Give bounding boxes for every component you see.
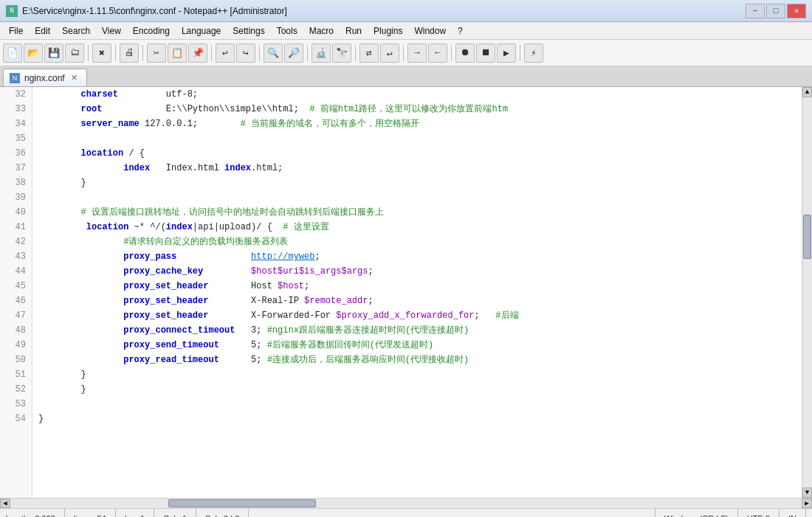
- menu-item-plugins[interactable]: Plugins: [368, 24, 408, 38]
- toolbar-sep-2: [115, 45, 116, 61]
- menu-item-run[interactable]: Run: [340, 24, 368, 38]
- code-line-34: server_name 127.0.0.1; # 当前服务的域名，可以有多个，用…: [38, 117, 796, 131]
- save-all-button[interactable]: 🗂: [65, 44, 84, 63]
- scroll-right-button[interactable]: ▶: [802, 499, 812, 508]
- line-num-32: 32: [6, 87, 26, 102]
- status-col: Col : 1: [154, 509, 196, 517]
- line-num-39: 39: [6, 190, 26, 205]
- copy-button[interactable]: 📋: [168, 44, 187, 63]
- cut-button[interactable]: ✂: [147, 44, 166, 63]
- close-file-button[interactable]: ✖: [92, 44, 111, 63]
- status-encoding: UTF-8: [738, 509, 780, 517]
- line-num-42: 42: [6, 235, 26, 249]
- line-num-52: 52: [6, 382, 26, 397]
- indent-button[interactable]: →: [407, 44, 427, 63]
- scroll-track-v[interactable]: [802, 97, 812, 487]
- menu-item-language[interactable]: Language: [176, 24, 227, 38]
- open-button[interactable]: 📂: [24, 44, 43, 63]
- zoom-in-button[interactable]: 🔬: [312, 44, 331, 63]
- zoom-out-button[interactable]: 🔭: [332, 44, 351, 63]
- code-line-42: #请求转向自定义的的负载均衡服务器列表: [38, 235, 796, 249]
- tab-close-button[interactable]: ✕: [69, 72, 79, 83]
- code-line-44: proxy_cache_key $host$uri$is_args$args;: [38, 264, 796, 279]
- menu-item-window[interactable]: Window: [408, 24, 452, 38]
- macro-stop-button[interactable]: ⏹: [476, 44, 495, 63]
- code-content: charset utf-8; root E:\\Python\\simple\\…: [32, 87, 802, 426]
- menu-bar: FileEditSearchViewEncodingLanguageSettin…: [0, 22, 812, 40]
- code-line-36: location / {: [38, 146, 796, 161]
- code-line-43: proxy_pass http://myweb;: [38, 249, 796, 264]
- horizontal-scrollbar[interactable]: ◀ ▶: [0, 498, 812, 508]
- line-num-47: 47: [6, 308, 26, 323]
- menu-item-?[interactable]: ?: [452, 24, 469, 38]
- run-button[interactable]: ⚡: [524, 44, 543, 63]
- line-num-37: 37: [6, 161, 26, 176]
- maximize-button[interactable]: □: [766, 4, 785, 18]
- status-eol: Windows (CR LF): [656, 509, 738, 517]
- paste-button[interactable]: 📌: [188, 44, 207, 63]
- line-num-54: 54: [6, 412, 26, 426]
- toolbar-sep-4: [211, 45, 212, 61]
- line-num-45: 45: [6, 279, 26, 294]
- save-button[interactable]: 💾: [44, 44, 63, 63]
- sync-button[interactable]: ⇄: [359, 44, 379, 63]
- scroll-thumb-v[interactable]: [803, 215, 811, 259]
- status-sel: Sel : 0 | 0: [196, 509, 249, 517]
- code-line-49: proxy_send_timeout 5; #后端服务器数据回传时间(代理发送超…: [38, 338, 796, 353]
- tab-nginx-conf[interactable]: N nginx.conf ✕: [3, 69, 87, 86]
- scroll-up-button[interactable]: ▲: [802, 87, 812, 97]
- menu-item-edit[interactable]: Edit: [29, 24, 56, 38]
- status-bar: length : 2,263 lines : 54 Ln : 1 Col : 1…: [0, 508, 812, 517]
- replace-button[interactable]: 🔎: [284, 44, 303, 63]
- menu-item-settings[interactable]: Settings: [227, 24, 270, 38]
- code-line-47: proxy_set_header X-Forwarded-For $proxy_…: [38, 308, 796, 323]
- line-num-38: 38: [6, 176, 26, 190]
- line-num-49: 49: [6, 338, 26, 353]
- code-area[interactable]: charset utf-8; root E:\\Python\\simple\\…: [32, 87, 802, 498]
- line-num-34: 34: [6, 117, 26, 131]
- line-num-50: 50: [6, 353, 26, 367]
- menu-item-tools[interactable]: Tools: [271, 24, 303, 38]
- line-num-43: 43: [6, 249, 26, 264]
- menu-item-search[interactable]: Search: [56, 24, 96, 38]
- toolbar-sep-7: [355, 45, 356, 61]
- word-wrap-button[interactable]: ↵: [380, 44, 399, 63]
- code-line-45: proxy_set_header Host $host;: [38, 279, 796, 294]
- app-icon: N: [6, 5, 18, 17]
- code-line-35: [38, 131, 796, 146]
- code-line-32: charset utf-8;: [38, 87, 796, 102]
- code-line-39: [38, 190, 796, 205]
- scroll-left-button[interactable]: ◀: [0, 499, 10, 508]
- redo-button[interactable]: ↪: [236, 44, 255, 63]
- toolbar: 📄 📂 💾 🗂 ✖ 🖨 ✂ 📋 📌 ↩ ↪ 🔍 🔎 🔬 🔭 ⇄ ↵ → ← ⏺ …: [0, 40, 812, 66]
- line-num-46: 46: [6, 294, 26, 308]
- outdent-button[interactable]: ←: [428, 44, 447, 63]
- find-button[interactable]: 🔍: [264, 44, 283, 63]
- undo-button[interactable]: ↩: [216, 44, 235, 63]
- macro-record-button[interactable]: ⏺: [455, 44, 475, 63]
- code-line-33: root E:\\Python\\simple\\html; # 前端html路…: [38, 102, 796, 117]
- tab-label: nginx.conf: [24, 73, 65, 83]
- code-line-50: proxy_read_timeout 5; #连接成功后，后端服务器响应时间(代…: [38, 353, 796, 367]
- line-num-48: 48: [6, 323, 26, 338]
- menu-item-view[interactable]: View: [96, 24, 127, 38]
- new-button[interactable]: 📄: [3, 44, 22, 63]
- scroll-track-h[interactable]: [10, 499, 802, 508]
- menu-item-encoding[interactable]: Encoding: [127, 24, 176, 38]
- line-num-35: 35: [6, 131, 26, 146]
- scroll-thumb-h[interactable]: [168, 499, 316, 507]
- scroll-down-button[interactable]: ▼: [802, 487, 812, 498]
- macro-play-button[interactable]: ▶: [497, 44, 516, 63]
- line-num-36: 36: [6, 146, 26, 161]
- menu-item-file[interactable]: File: [3, 24, 29, 38]
- vertical-scrollbar[interactable]: ▲ ▼: [802, 87, 812, 498]
- status-spacer: [249, 509, 656, 517]
- menu-item-macro[interactable]: Macro: [303, 24, 340, 38]
- code-line-53: [38, 397, 796, 412]
- line-num-53: 53: [6, 397, 26, 412]
- close-button[interactable]: ✕: [787, 4, 806, 18]
- print-button[interactable]: 🖨: [120, 44, 139, 63]
- code-line-51: }: [38, 367, 796, 382]
- minimize-button[interactable]: −: [746, 4, 765, 18]
- editor-container: 3233343536373839404142434445464748495051…: [0, 87, 812, 498]
